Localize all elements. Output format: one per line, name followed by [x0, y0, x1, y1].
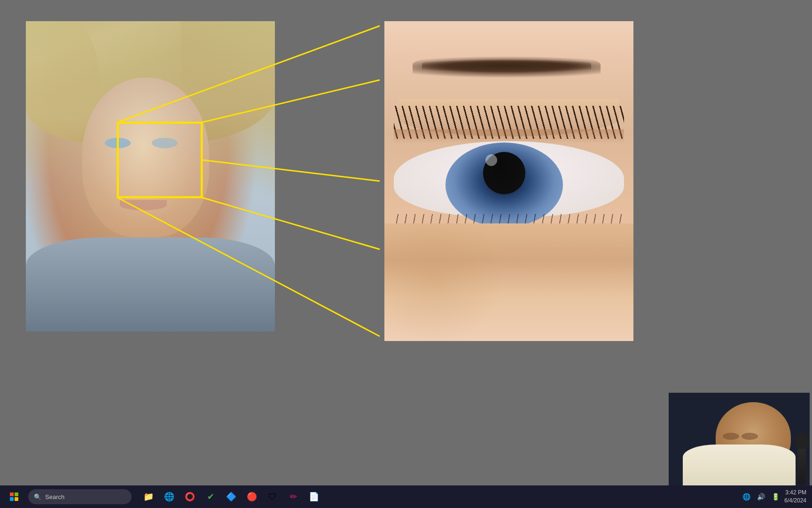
taskbar-app-edit[interactable]: ✏ — [284, 486, 303, 507]
chrome-icon: ⭕ — [185, 492, 195, 502]
taskbar-app-red[interactable]: 🔴 — [242, 486, 261, 507]
file-explorer-icon: 📁 — [143, 492, 154, 502]
windows-logo — [10, 492, 18, 501]
shield-app-icon: 🛡 — [268, 492, 277, 502]
search-bar-label: Search — [45, 493, 64, 500]
taskbar-chrome-browser[interactable]: ⭕ — [180, 486, 199, 507]
blue-app-icon: 🔷 — [226, 492, 236, 502]
start-button[interactable] — [4, 486, 24, 507]
taskbar-app-check[interactable]: ✔ — [201, 486, 220, 507]
search-icon: 🔍 — [34, 493, 41, 500]
tray-battery-icon[interactable]: 🔋 — [770, 492, 781, 501]
clock-date: 6/4/2024 — [784, 497, 806, 505]
main-content — [0, 0, 812, 489]
tray-network-icon[interactable]: 🌐 — [741, 492, 752, 501]
taskbar-left: 🔍 Search — [0, 486, 132, 507]
selection-box — [117, 122, 202, 198]
taskbar-app-shield[interactable]: 🛡 — [263, 486, 282, 507]
tray-volume-icon[interactable]: 🔊 — [755, 492, 767, 501]
system-clock[interactable]: 3:42 PM 6/4/2024 — [784, 489, 806, 505]
taskbar: 🔍 Search 📁 🌐 ⭕ ✔ 🔷 🔴 🛡 — [0, 485, 812, 508]
taskbar-right: 🌐 🔊 🔋 3:42 PM 6/4/2024 — [741, 489, 812, 505]
taskbar-center-icons: 📁 🌐 ⭕ ✔ 🔷 🔴 🛡 ✏ 📄 — [139, 486, 323, 507]
webcam-overlay — [669, 393, 810, 487]
search-bar[interactable]: 🔍 Search — [28, 489, 132, 504]
taskbar-app-notes[interactable]: 📄 — [304, 486, 323, 507]
left-portrait-image — [26, 21, 275, 332]
taskbar-app-blue[interactable]: 🔷 — [222, 486, 241, 507]
notes-app-icon: 📄 — [309, 492, 319, 502]
taskbar-edge-browser[interactable]: 🌐 — [160, 486, 179, 507]
clock-time: 3:42 PM — [784, 489, 806, 497]
check-app-icon: ✔ — [207, 492, 214, 502]
edge-icon: 🌐 — [164, 492, 174, 502]
edit-app-icon: ✏ — [290, 492, 297, 502]
red-app-icon: 🔴 — [247, 492, 257, 502]
right-eye-closeup — [384, 21, 633, 341]
taskbar-file-explorer[interactable]: 📁 — [139, 486, 158, 507]
